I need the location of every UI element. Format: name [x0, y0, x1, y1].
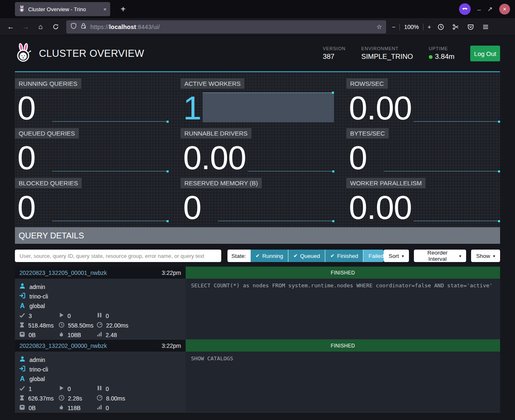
home-button[interactable]: ⌂: [34, 21, 47, 33]
state-filter-finished[interactable]: ✔Finished: [325, 250, 363, 262]
sparkline-endpoint: [167, 220, 169, 222]
zoom-out-button[interactable]: −: [392, 24, 395, 30]
logout-button[interactable]: Log Out: [470, 46, 500, 61]
lock-warning-icon[interactable]: [80, 23, 87, 31]
query-filter-toolbar: State: ✔Running ✔Queued ✔Finished Failed…: [15, 244, 500, 267]
wall-time: 518.48ms: [28, 322, 53, 329]
browser-titlebar: Cluster Overview - Trino × + – ↗ ×: [0, 0, 515, 18]
stat-card-bytes-sec: BYTES/SEC 0: [346, 126, 500, 173]
sparkline-endpoint: [498, 121, 500, 123]
back-button[interactable]: ←: [4, 21, 17, 33]
zoom-level[interactable]: 100%: [404, 24, 419, 30]
state-filter-group: State: ✔Running ✔Queued ✔Finished Failed…: [227, 250, 384, 262]
query-search-input[interactable]: [15, 250, 221, 262]
completed-splits: 3: [29, 313, 32, 319]
sort-dropdown[interactable]: Sort▾: [384, 250, 409, 262]
cpu-time-clock-icon: [58, 322, 65, 329]
resource-group-icon: A: [19, 375, 26, 383]
query-stats-grid: 3 0 0 518.48ms 558.50ms 22.00ms 0B 108B …: [19, 311, 181, 340]
reorder-interval-dropdown[interactable]: Reorder Interval▾: [414, 250, 466, 262]
wall-time: 626.37ms: [28, 395, 53, 402]
reload-button[interactable]: [49, 21, 62, 33]
separator: [399, 24, 400, 30]
environment-value: SIMPLE_TRINO: [361, 53, 413, 61]
cpu-time: 558.50ms: [68, 322, 93, 329]
sparkline-endpoint: [332, 170, 334, 172]
stat-card-running-queries: RUNNING QUERIES 0: [15, 77, 169, 123]
current-memory: 0B: [29, 332, 36, 338]
query-header: 20220823_132205_00001_nwbzk 3:22pm: [15, 267, 186, 279]
browser-navbar: ← → ⌂ https://localhost:8443/ui/ ☆ − 100…: [0, 18, 515, 36]
cumulative-memory-flame-icon: [58, 404, 64, 412]
stat-label: BYTES/SEC: [346, 128, 389, 138]
state-filter-queued[interactable]: ✔Queued: [288, 250, 325, 262]
browser-tab[interactable]: Cluster Overview - Trino ×: [15, 2, 110, 16]
page-title: CLUSTER OVERVIEW: [39, 48, 144, 59]
cumulative-memory: 108B: [68, 332, 81, 338]
private-browsing-icon: [459, 3, 471, 15]
stat-card-worker-parallelism: WORKER PARALLELISM 0.00: [346, 176, 500, 223]
resource-group-icon: A: [19, 302, 26, 310]
parallelism: 0: [106, 405, 109, 411]
window-minimize-button[interactable]: –: [477, 6, 481, 13]
completed-splits: 1: [29, 386, 32, 392]
execution-time-gauge-icon: [97, 322, 103, 329]
url-host: localhost: [109, 24, 136, 30]
zoom-in-button[interactable]: +: [428, 24, 431, 30]
query-id-link[interactable]: 20220823_132205_00001_nwbzk: [19, 269, 107, 276]
stat-label: RUNNING QUERIES: [15, 78, 81, 89]
stat-value: 0: [183, 194, 201, 222]
query-details-section: QUERY DETAILS State: ✔Running ✔Queued ✔F…: [15, 227, 500, 413]
screenshot-scissors-icon[interactable]: [449, 21, 462, 33]
url-bar[interactable]: https://localhost:8443/ui/ ☆: [66, 20, 386, 34]
url-text[interactable]: https://localhost:8443/ui/: [90, 24, 160, 30]
uptime-value: 3.84m: [435, 53, 455, 61]
tab-title: Cluster Overview - Trino: [28, 6, 86, 12]
running-splits-play-icon: [58, 385, 64, 392]
tab-close-icon[interactable]: ×: [103, 6, 106, 12]
history-icon[interactable]: [434, 21, 447, 33]
user-icon: [19, 356, 26, 364]
user-icon: [19, 283, 26, 291]
separator: [423, 24, 423, 30]
sparkline-endpoint: [498, 170, 500, 172]
bookmark-star-icon[interactable]: ☆: [377, 23, 382, 31]
shield-icon[interactable]: [70, 23, 77, 31]
state-filter-failed-dropdown[interactable]: Failed▾: [363, 250, 383, 262]
query-details-title: QUERY DETAILS: [15, 227, 500, 244]
execution-time: 22.00ms: [106, 322, 128, 329]
sparkline: [413, 121, 500, 122]
window-close-button[interactable]: ×: [499, 4, 510, 15]
cluster-stats-section: RUNNING QUERIES 0 ACTIVE WORKERS 1 ROWS/…: [15, 72, 500, 227]
trino-logo-icon: [15, 43, 32, 64]
url-path: :8443/ui/: [136, 24, 160, 30]
menu-hamburger-icon[interactable]: [479, 21, 492, 33]
query-row: 20220823_132205_00001_nwbzk 3:22pm admin…: [15, 267, 500, 340]
trino-favicon-icon: [19, 5, 25, 13]
sparkline-area: [203, 92, 334, 122]
sparkline: [413, 221, 500, 221]
query-sql-text: SHOW CATALOGS: [186, 352, 500, 412]
pocket-icon[interactable]: [464, 21, 477, 33]
running-splits: 0: [68, 313, 71, 319]
query-time: 3:22pm: [162, 269, 181, 276]
new-tab-button[interactable]: +: [117, 3, 129, 15]
query-row: 20220823_132202_00000_nwbzk 3:22pm admin…: [15, 340, 500, 413]
stat-label: WORKER PARALLELISM: [346, 178, 426, 188]
show-dropdown[interactable]: Show▾: [471, 250, 500, 262]
state-filter-running[interactable]: ✔Running: [250, 250, 288, 262]
stat-label: RESERVED MEMORY (B): [181, 178, 262, 188]
queued-splits: 0: [106, 386, 109, 392]
chevron-down-icon: ▾: [493, 254, 495, 258]
query-id-link[interactable]: 20220823_132202_00000_nwbzk: [19, 342, 107, 349]
window-restore-button[interactable]: ↗: [487, 5, 493, 13]
uptime-label: UPTIME: [429, 46, 455, 51]
execution-time: 8.00ms: [106, 395, 125, 402]
url-scheme: https://: [90, 24, 109, 30]
query-resource-group: global: [29, 376, 45, 382]
stat-value: 1: [183, 94, 201, 122]
check-icon: ✔: [256, 253, 260, 259]
wall-time-hourglass-icon: [19, 395, 25, 402]
forward-button[interactable]: →: [19, 21, 32, 33]
wall-time-hourglass-icon: [19, 322, 25, 329]
